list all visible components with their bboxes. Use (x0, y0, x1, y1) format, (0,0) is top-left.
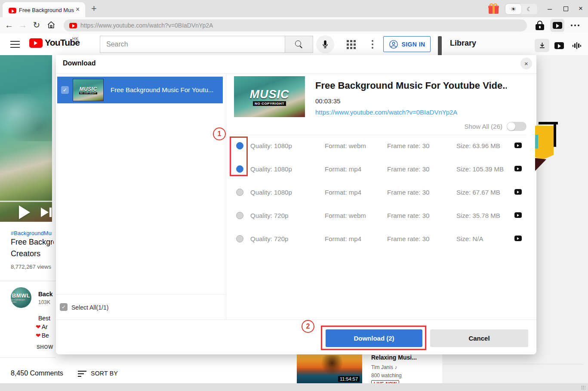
new-tab-button[interactable]: + (91, 3, 97, 14)
more-menu-icon[interactable] (568, 19, 582, 32)
format-cell: Format: mp4 (325, 235, 361, 242)
pencil-cursor-icon (535, 120, 560, 173)
format-cell: Format: webm (325, 212, 366, 219)
address-bar[interactable]: https://www.youtube.com/watch?v=0BIaDVnY… (64, 19, 527, 31)
search-button[interactable] (285, 36, 313, 53)
thumbnail-text: NO COPYRIGHT (79, 92, 97, 94)
description-line: ❤ Be (36, 332, 55, 339)
description-text: Ar (42, 323, 48, 330)
video-title-line1: Free Backgro (11, 238, 54, 247)
library-panel-divider (443, 364, 583, 364)
sort-icon (78, 371, 86, 377)
preview-icon[interactable] (514, 143, 522, 148)
minimize-button[interactable]: – (545, 3, 555, 14)
search-icon (295, 40, 303, 49)
downloads-tab-button[interactable] (535, 39, 549, 52)
format-row[interactable]: Quality: 720p Format: mp4 Frame rate: 30… (234, 233, 526, 246)
suggested-video-thumbnail[interactable]: 11:54:57 (297, 353, 362, 385)
format-radio[interactable] (236, 212, 243, 219)
forward-icon[interactable]: → (17, 19, 28, 31)
youtube-logo-icon[interactable] (29, 38, 43, 48)
format-row[interactable]: Quality: 1080p Format: webm Frame rate: … (234, 140, 526, 153)
search-input[interactable] (100, 36, 285, 53)
resize-grip-icon[interactable] (581, 385, 585, 390)
format-radio[interactable] (236, 235, 243, 242)
gift-icon[interactable] (489, 4, 499, 14)
annotation-box-formats (230, 137, 248, 176)
player-progress-bar[interactable] (0, 201, 52, 202)
channel-avatar[interactable]: BMWL NO COPYRIGHT MUSIC (11, 287, 31, 308)
channel-name[interactable]: Back (38, 291, 55, 298)
voice-search-button[interactable] (316, 35, 334, 53)
select-all-checkbox[interactable]: ✓ (60, 303, 68, 311)
play-icon[interactable] (19, 205, 30, 219)
video-player[interactable] (0, 55, 52, 222)
library-header: Library (442, 34, 588, 55)
format-row[interactable]: Quality: 1080p Format: mp4 Frame rate: 3… (234, 186, 526, 199)
preview-icon[interactable] (514, 189, 522, 195)
preview-icon[interactable] (514, 212, 522, 218)
format-row[interactable]: Quality: 1080p Format: mp4 Frame rate: 3… (234, 163, 526, 176)
preview-icon[interactable] (514, 166, 522, 171)
format-row[interactable]: Quality: 720p Format: webm Frame rate: 3… (234, 210, 526, 223)
detail-thumbnail: MUSIC NO COPYRIGHT (234, 76, 305, 117)
url-site-icon (69, 23, 77, 28)
browser-tab[interactable]: Free Background Mus × (3, 2, 85, 17)
youtube-settings-menu-icon[interactable] (369, 39, 376, 50)
frame-rate-cell: Frame rate: 30 (387, 235, 429, 242)
preview-icon[interactable] (514, 236, 522, 241)
divider (56, 294, 226, 295)
detail-url-link[interactable]: https://www.youtube.com/watch?v=0BIaDVnY… (315, 109, 457, 116)
theme-toggle[interactable]: ☀ ☾ (505, 3, 538, 15)
annotation-box-download (321, 326, 426, 350)
item-checkbox[interactable]: ✓ (61, 86, 69, 94)
status-strip (0, 383, 588, 391)
format-radio[interactable] (236, 189, 243, 196)
youtube-apps-icon[interactable] (347, 40, 356, 49)
show-more-button[interactable]: SHOW (37, 344, 54, 350)
url-text: https://www.youtube.com/watch?v=0BIaDVnY… (80, 22, 213, 29)
browser-navbar: ← → ↻ https://www.youtube.com/watch?v=0B… (0, 17, 588, 34)
dialog-title: Download (63, 59, 95, 67)
maximize-button[interactable] (560, 3, 571, 14)
next-video-icon[interactable] (41, 208, 49, 217)
description-text: Be (42, 332, 49, 339)
quality-cell: Quality: 1080p (250, 165, 292, 173)
reload-icon[interactable]: ↻ (31, 19, 42, 31)
dark-mode-icon[interactable]: ☾ (521, 4, 537, 14)
window-close-button[interactable]: × (576, 3, 586, 14)
suggested-video-channel[interactable]: Tim Janis ♪ (371, 364, 397, 370)
suggested-video-title[interactable]: Relaxing Musi... (371, 354, 436, 361)
panel-drag-handle[interactable] (438, 36, 442, 56)
light-mode-icon[interactable]: ☀ (505, 4, 521, 14)
show-all-toggle[interactable] (507, 122, 526, 131)
show-all-label: Show All (26) (465, 123, 502, 130)
annotation-step-1: 1 (213, 127, 226, 140)
hamburger-menu-icon[interactable] (10, 41, 20, 48)
video-play-icon (553, 22, 562, 29)
sort-by-button[interactable]: SORT BY (91, 370, 118, 377)
download-icon (539, 42, 546, 49)
video-library-icon[interactable] (554, 42, 564, 49)
tab-close-icon[interactable]: × (76, 6, 80, 13)
next-video-icon-bar (49, 208, 52, 217)
detail-duration: 00:03:35 (315, 97, 340, 105)
back-icon[interactable]: ← (3, 19, 15, 31)
sign-in-button[interactable]: SIGN IN (383, 36, 431, 52)
channel-subscribers: 103K (38, 299, 55, 305)
cancel-button[interactable]: Cancel (430, 329, 528, 347)
search-box[interactable] (100, 36, 285, 53)
dialog-close-icon[interactable]: × (520, 58, 532, 69)
frame-rate-cell: Frame rate: 30 (387, 142, 429, 149)
size-cell: Size: N/A (456, 235, 483, 242)
size-cell: Size: 35.78 MB (456, 212, 500, 219)
home-icon[interactable] (46, 19, 57, 31)
video-detect-button[interactable] (550, 19, 564, 32)
size-cell: Size: 67.67 MB (456, 189, 500, 196)
hashtag-link[interactable]: #BackgroundMusi (11, 230, 52, 236)
thumbnail-text: MUSIC (79, 86, 97, 92)
channel-avatar-text: BMWL (12, 292, 30, 299)
audio-library-icon[interactable] (571, 41, 582, 50)
lock-icon[interactable] (535, 21, 545, 30)
video-list-item-selected[interactable]: ✓ MUSIC NO COPYRIGHT Free Background Mus… (57, 77, 223, 103)
